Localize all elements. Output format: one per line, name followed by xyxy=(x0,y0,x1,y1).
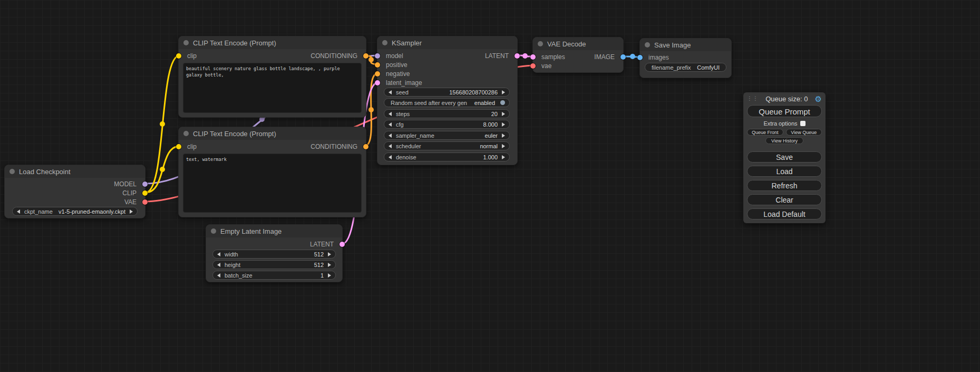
output-port-image[interactable] xyxy=(620,54,626,60)
node-title: VAE Decode xyxy=(547,40,586,48)
input-port-positive[interactable] xyxy=(375,62,380,68)
widget-value: normal xyxy=(480,143,498,149)
save-button[interactable]: Save xyxy=(747,151,822,163)
output-port-clip[interactable] xyxy=(142,190,148,196)
decrement-arrow-icon[interactable] xyxy=(17,209,20,214)
decrement-arrow-icon[interactable] xyxy=(389,122,392,127)
widget-seed[interactable]: seed 156680208700286 xyxy=(384,88,510,97)
decrement-arrow-icon[interactable] xyxy=(217,252,220,256)
node-collapse-dot[interactable] xyxy=(9,169,15,174)
node-vae-decode[interactable]: VAE Decode samples IMAGE vae xyxy=(532,37,624,73)
input-slot-positive: positive xyxy=(377,61,517,69)
output-port-vae[interactable] xyxy=(142,199,148,205)
input-label: images xyxy=(648,54,669,61)
toggle-knob[interactable] xyxy=(500,100,505,105)
node-title-bar[interactable]: KSampler xyxy=(377,36,517,49)
node-ksampler[interactable]: KSampler model positive negative latent_… xyxy=(377,36,518,165)
load-default-button[interactable]: Load Default xyxy=(747,208,822,220)
node-collapse-dot[interactable] xyxy=(183,40,189,45)
increment-arrow-icon[interactable] xyxy=(328,263,331,267)
node-collapse-dot[interactable] xyxy=(645,42,650,47)
queue-front-button[interactable]: Queue Front xyxy=(747,129,783,136)
output-slot-latent: LATENT xyxy=(377,52,517,60)
queue-prompt-button[interactable]: Queue Prompt xyxy=(747,105,822,117)
increment-arrow-icon[interactable] xyxy=(502,155,505,159)
load-button[interactable]: Load xyxy=(747,166,822,177)
node-title-bar[interactable]: Empty Latent Image xyxy=(206,225,342,237)
widget-cfg[interactable]: cfg 8.000 xyxy=(384,120,510,129)
comfy-menu-panel: ⋮⋮ Queue size: 0 ⚙ Queue Prompt Extra op… xyxy=(743,92,826,223)
increment-arrow-icon[interactable] xyxy=(502,133,505,138)
input-port-images[interactable] xyxy=(637,55,643,60)
node-empty-latent-image[interactable]: Empty Latent Image LATENT width 512 heig… xyxy=(206,224,343,282)
decrement-arrow-icon[interactable] xyxy=(217,263,220,267)
widget-sampler-name[interactable]: sampler_name euler xyxy=(384,131,510,140)
widget-ckpt-name[interactable]: ckpt_name v1-5-pruned-emaonly.ckpt xyxy=(12,207,138,216)
node-title-bar[interactable]: Load Checkpoint xyxy=(5,165,145,178)
view-history-button[interactable]: View History xyxy=(765,137,803,144)
node-clip-text-encode-negative[interactable]: CLIP Text Encode (Prompt) clip CONDITION… xyxy=(178,127,366,217)
refresh-button[interactable]: Refresh xyxy=(747,180,822,191)
increment-arrow-icon[interactable] xyxy=(502,112,505,116)
graph-canvas[interactable]: Load Checkpoint MODEL CLIP VAE ckpt_name… xyxy=(0,0,980,372)
increment-arrow-icon[interactable] xyxy=(130,209,133,214)
input-port-latent-image[interactable] xyxy=(375,80,380,85)
clear-button[interactable]: Clear xyxy=(747,194,822,205)
decrement-arrow-icon[interactable] xyxy=(217,273,220,278)
widget-filename-prefix[interactable]: filename_prefix ComfyUI xyxy=(645,63,726,72)
node-collapse-dot[interactable] xyxy=(382,40,387,45)
output-label: LATENT xyxy=(485,52,509,60)
node-clip-text-encode-positive[interactable]: CLIP Text Encode (Prompt) clip CONDITION… xyxy=(178,36,366,118)
input-port-negative[interactable] xyxy=(375,71,380,77)
node-collapse-dot[interactable] xyxy=(538,41,543,46)
output-port-latent[interactable] xyxy=(339,242,345,247)
increment-arrow-icon[interactable] xyxy=(328,273,331,278)
widget-value: ComfyUI xyxy=(697,64,720,71)
settings-gear-icon[interactable]: ⚙ xyxy=(815,95,822,103)
widget-scheduler[interactable]: scheduler normal xyxy=(384,141,510,150)
node-load-checkpoint[interactable]: Load Checkpoint MODEL CLIP VAE ckpt_name… xyxy=(4,165,145,218)
node-title: CLIP Text Encode (Prompt) xyxy=(193,39,276,47)
input-slot-negative: negative xyxy=(377,70,517,78)
increment-arrow-icon[interactable] xyxy=(502,122,505,127)
increment-arrow-icon[interactable] xyxy=(502,90,505,94)
input-slot-latent-image: latent_image xyxy=(377,79,517,87)
extra-options-checkbox[interactable] xyxy=(800,121,806,126)
widget-value: enabled xyxy=(474,100,495,106)
output-port-conditioning[interactable] xyxy=(363,53,368,59)
node-title-bar[interactable]: VAE Decode xyxy=(533,37,623,50)
decrement-arrow-icon[interactable] xyxy=(389,90,392,94)
link-dot-image xyxy=(630,54,635,59)
decrement-arrow-icon[interactable] xyxy=(389,133,392,138)
widget-value: 156680208700286 xyxy=(449,89,498,96)
decrement-arrow-icon[interactable] xyxy=(389,144,392,148)
decrement-arrow-icon[interactable] xyxy=(389,155,392,159)
output-port-model[interactable] xyxy=(142,182,148,187)
link-dot-conditioning-negative xyxy=(368,107,374,112)
output-label: CONDITIONING xyxy=(311,52,357,60)
drag-handle-icon[interactable]: ⋮⋮ xyxy=(747,96,759,101)
output-label: CLIP xyxy=(122,189,137,197)
input-label: negative xyxy=(386,70,410,78)
node-title-bar[interactable]: Save Image xyxy=(640,39,731,51)
view-queue-button[interactable]: View Queue xyxy=(786,129,822,136)
output-port-conditioning[interactable] xyxy=(363,144,368,149)
output-port-latent[interactable] xyxy=(515,53,520,59)
node-title-bar[interactable]: CLIP Text Encode (Prompt) xyxy=(179,36,366,49)
node-title-bar[interactable]: CLIP Text Encode (Prompt) xyxy=(179,127,366,140)
prompt-text-area[interactable]: text, watermark xyxy=(183,154,362,213)
increment-arrow-icon[interactable] xyxy=(328,252,331,256)
widget-batch-size[interactable]: batch_size 1 xyxy=(212,271,336,280)
increment-arrow-icon[interactable] xyxy=(502,144,505,148)
widget-width[interactable]: width 512 xyxy=(212,250,336,259)
input-port-vae[interactable] xyxy=(530,63,536,69)
prompt-text-area[interactable]: beautiful scenery nature glass bottle la… xyxy=(183,63,362,113)
widget-random-seed-toggle[interactable]: Random seed after every gen enabled xyxy=(384,98,510,107)
widget-denoise[interactable]: denoise 1.000 xyxy=(384,152,510,161)
widget-height[interactable]: height 512 xyxy=(212,260,336,269)
node-save-image[interactable]: Save Image images filename_prefix ComfyU… xyxy=(639,38,732,78)
node-collapse-dot[interactable] xyxy=(211,228,216,234)
decrement-arrow-icon[interactable] xyxy=(389,112,392,116)
node-collapse-dot[interactable] xyxy=(183,131,189,136)
widget-steps[interactable]: steps 20 xyxy=(384,109,510,118)
